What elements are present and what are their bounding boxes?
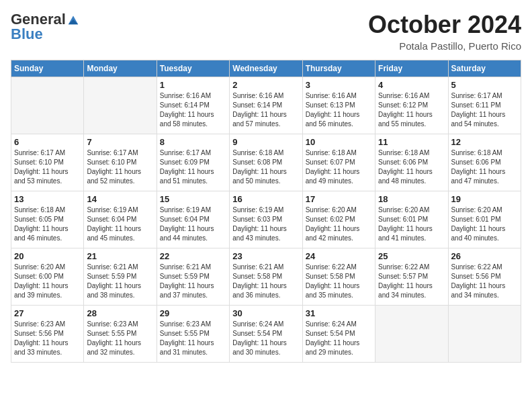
day-number: 13 bbox=[14, 194, 81, 204]
calendar-cell: 9Sunrise: 6:18 AMSunset: 6:08 PMDaylight… bbox=[230, 134, 302, 191]
day-number: 7 bbox=[87, 137, 153, 147]
calendar-week-5: 27Sunrise: 6:23 AMSunset: 5:56 PMDayligh… bbox=[11, 306, 521, 363]
day-info: Sunrise: 6:23 AMSunset: 5:55 PMDaylight:… bbox=[87, 320, 153, 357]
day-number: 4 bbox=[378, 80, 445, 90]
calendar-cell: 14Sunrise: 6:19 AMSunset: 6:04 PMDayligh… bbox=[84, 191, 157, 248]
day-info: Sunrise: 6:19 AMSunset: 6:04 PMDaylight:… bbox=[87, 205, 153, 243]
page-header: General Blue October 2024 Potala Pastill… bbox=[11, 11, 521, 52]
day-number: 11 bbox=[378, 137, 445, 147]
day-number: 25 bbox=[378, 251, 445, 261]
calendar-cell: 15Sunrise: 6:19 AMSunset: 6:04 PMDayligh… bbox=[157, 191, 229, 248]
day-info: Sunrise: 6:20 AMSunset: 6:00 PMDaylight:… bbox=[14, 263, 81, 300]
calendar-cell: 29Sunrise: 6:23 AMSunset: 5:55 PMDayligh… bbox=[157, 306, 229, 363]
calendar-cell: 24Sunrise: 6:22 AMSunset: 5:58 PMDayligh… bbox=[302, 248, 375, 306]
day-info: Sunrise: 6:17 AMSunset: 6:10 PMDaylight:… bbox=[14, 148, 81, 186]
day-number: 10 bbox=[306, 137, 372, 147]
calendar-cell: 11Sunrise: 6:18 AMSunset: 6:06 PMDayligh… bbox=[375, 134, 448, 191]
calendar-week-2: 6Sunrise: 6:17 AMSunset: 6:10 PMDaylight… bbox=[11, 134, 521, 191]
weekday-header-wednesday: Wednesday bbox=[230, 60, 302, 77]
day-info: Sunrise: 6:22 AMSunset: 5:58 PMDaylight:… bbox=[306, 263, 372, 300]
calendar-cell: 5Sunrise: 6:17 AMSunset: 6:11 PMDaylight… bbox=[448, 77, 521, 134]
day-number: 26 bbox=[451, 251, 518, 261]
calendar-cell: 10Sunrise: 6:18 AMSunset: 6:07 PMDayligh… bbox=[302, 134, 375, 191]
calendar-cell: 2Sunrise: 6:16 AMSunset: 6:14 PMDaylight… bbox=[230, 77, 302, 134]
month-title: October 2024 bbox=[368, 11, 521, 39]
logo: General Blue bbox=[11, 11, 79, 43]
calendar-cell: 3Sunrise: 6:16 AMSunset: 6:13 PMDaylight… bbox=[302, 77, 375, 134]
day-info: Sunrise: 6:17 AMSunset: 6:10 PMDaylight:… bbox=[87, 148, 153, 186]
calendar-cell: 28Sunrise: 6:23 AMSunset: 5:55 PMDayligh… bbox=[84, 306, 157, 363]
day-number: 17 bbox=[306, 194, 372, 204]
calendar-cell: 13Sunrise: 6:18 AMSunset: 6:05 PMDayligh… bbox=[11, 191, 84, 248]
day-number: 6 bbox=[14, 137, 81, 147]
day-number: 19 bbox=[451, 194, 518, 204]
calendar-cell bbox=[11, 77, 84, 134]
day-info: Sunrise: 6:18 AMSunset: 6:06 PMDaylight:… bbox=[451, 148, 518, 186]
weekday-header-tuesday: Tuesday bbox=[157, 60, 229, 77]
day-info: Sunrise: 6:17 AMSunset: 6:09 PMDaylight:… bbox=[160, 148, 226, 186]
day-info: Sunrise: 6:23 AMSunset: 5:56 PMDaylight:… bbox=[14, 320, 81, 357]
day-info: Sunrise: 6:19 AMSunset: 6:04 PMDaylight:… bbox=[160, 205, 226, 243]
day-info: Sunrise: 6:22 AMSunset: 5:57 PMDaylight:… bbox=[378, 263, 445, 300]
weekday-row: SundayMondayTuesdayWednesdayThursdayFrid… bbox=[11, 60, 521, 77]
calendar-week-3: 13Sunrise: 6:18 AMSunset: 6:05 PMDayligh… bbox=[11, 191, 521, 248]
day-number: 18 bbox=[378, 194, 445, 204]
calendar-week-4: 20Sunrise: 6:20 AMSunset: 6:00 PMDayligh… bbox=[11, 248, 521, 306]
day-info: Sunrise: 6:19 AMSunset: 6:03 PMDaylight:… bbox=[232, 205, 299, 243]
day-info: Sunrise: 6:17 AMSunset: 6:11 PMDaylight:… bbox=[451, 91, 518, 129]
calendar-cell: 31Sunrise: 6:24 AMSunset: 5:54 PMDayligh… bbox=[302, 306, 375, 363]
calendar-cell: 23Sunrise: 6:21 AMSunset: 5:58 PMDayligh… bbox=[230, 248, 302, 306]
day-info: Sunrise: 6:18 AMSunset: 6:05 PMDaylight:… bbox=[14, 205, 81, 243]
calendar-cell: 21Sunrise: 6:21 AMSunset: 5:59 PMDayligh… bbox=[84, 248, 157, 306]
calendar-body: 1Sunrise: 6:16 AMSunset: 6:14 PMDaylight… bbox=[11, 77, 521, 363]
calendar-cell: 19Sunrise: 6:20 AMSunset: 6:01 PMDayligh… bbox=[448, 191, 521, 248]
day-number: 3 bbox=[306, 80, 372, 90]
calendar-cell bbox=[375, 306, 448, 363]
day-info: Sunrise: 6:24 AMSunset: 5:54 PMDaylight:… bbox=[306, 320, 372, 357]
day-number: 21 bbox=[87, 251, 153, 261]
calendar-cell: 7Sunrise: 6:17 AMSunset: 6:10 PMDaylight… bbox=[84, 134, 157, 191]
day-info: Sunrise: 6:16 AMSunset: 6:13 PMDaylight:… bbox=[306, 91, 372, 129]
day-info: Sunrise: 6:23 AMSunset: 5:55 PMDaylight:… bbox=[160, 320, 226, 357]
calendar-cell: 30Sunrise: 6:24 AMSunset: 5:54 PMDayligh… bbox=[230, 306, 302, 363]
day-number: 5 bbox=[451, 80, 518, 90]
day-number: 22 bbox=[160, 251, 226, 261]
location: Potala Pastillo, Puerto Rico bbox=[368, 40, 521, 52]
day-info: Sunrise: 6:16 AMSunset: 6:14 PMDaylight:… bbox=[232, 91, 299, 129]
day-number: 28 bbox=[87, 308, 153, 318]
day-info: Sunrise: 6:21 AMSunset: 5:58 PMDaylight:… bbox=[232, 263, 299, 300]
calendar-cell: 4Sunrise: 6:16 AMSunset: 6:12 PMDaylight… bbox=[375, 77, 448, 134]
day-number: 20 bbox=[14, 251, 81, 261]
calendar-cell: 6Sunrise: 6:17 AMSunset: 6:10 PMDaylight… bbox=[11, 134, 84, 191]
day-info: Sunrise: 6:24 AMSunset: 5:54 PMDaylight:… bbox=[232, 320, 299, 357]
day-number: 12 bbox=[451, 137, 518, 147]
day-info: Sunrise: 6:20 AMSunset: 6:01 PMDaylight:… bbox=[451, 205, 518, 243]
calendar-cell: 20Sunrise: 6:20 AMSunset: 6:00 PMDayligh… bbox=[11, 248, 84, 306]
weekday-header-thursday: Thursday bbox=[302, 60, 375, 77]
calendar-cell: 17Sunrise: 6:20 AMSunset: 6:02 PMDayligh… bbox=[302, 191, 375, 248]
weekday-header-monday: Monday bbox=[84, 60, 157, 77]
day-number: 16 bbox=[232, 194, 299, 204]
day-number: 29 bbox=[160, 308, 226, 318]
calendar-cell: 16Sunrise: 6:19 AMSunset: 6:03 PMDayligh… bbox=[230, 191, 302, 248]
calendar-header: SundayMondayTuesdayWednesdayThursdayFrid… bbox=[11, 60, 521, 77]
calendar-cell: 27Sunrise: 6:23 AMSunset: 5:56 PMDayligh… bbox=[11, 306, 84, 363]
day-number: 24 bbox=[306, 251, 372, 261]
day-info: Sunrise: 6:16 AMSunset: 6:12 PMDaylight:… bbox=[378, 91, 445, 129]
day-info: Sunrise: 6:16 AMSunset: 6:14 PMDaylight:… bbox=[160, 91, 226, 129]
day-info: Sunrise: 6:20 AMSunset: 6:01 PMDaylight:… bbox=[378, 205, 445, 243]
day-number: 14 bbox=[87, 194, 153, 204]
title-block: October 2024 Potala Pastillo, Puerto Ric… bbox=[368, 11, 521, 52]
calendar-table: SundayMondayTuesdayWednesdayThursdayFrid… bbox=[11, 60, 521, 363]
day-number: 23 bbox=[232, 251, 299, 261]
day-number: 1 bbox=[160, 80, 226, 90]
day-number: 2 bbox=[232, 80, 299, 90]
calendar-cell bbox=[448, 306, 521, 363]
day-info: Sunrise: 6:21 AMSunset: 5:59 PMDaylight:… bbox=[87, 263, 153, 300]
day-info: Sunrise: 6:18 AMSunset: 6:06 PMDaylight:… bbox=[378, 148, 445, 186]
calendar-cell: 26Sunrise: 6:22 AMSunset: 5:56 PMDayligh… bbox=[448, 248, 521, 306]
day-number: 27 bbox=[14, 308, 81, 318]
calendar-cell: 8Sunrise: 6:17 AMSunset: 6:09 PMDaylight… bbox=[157, 134, 229, 191]
calendar-week-1: 1Sunrise: 6:16 AMSunset: 6:14 PMDaylight… bbox=[11, 77, 521, 134]
calendar-cell: 18Sunrise: 6:20 AMSunset: 6:01 PMDayligh… bbox=[375, 191, 448, 248]
